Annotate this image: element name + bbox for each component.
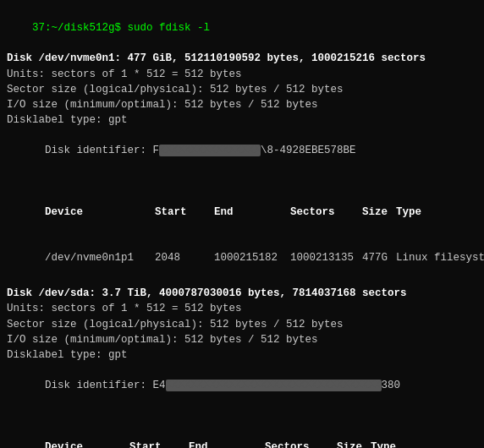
terminal: 37:~/disk512g$ sudo fdisk -l Disk /dev/n… (7, 5, 477, 448)
blank-0 (7, 173, 477, 188)
disklabel-line-1: Disklabel type: gpt (7, 347, 477, 363)
disk-id-prefix-1: Disk identifier: E4 (45, 380, 166, 391)
disk-header-sda: Disk /dev/sda: 3.7 TiB, 4000787030016 by… (7, 286, 477, 301)
sector-size-line-0: Sector size (logical/physical): 512 byte… (7, 82, 477, 97)
prompt-text: 37:~/disk512g$ sudo fdisk -l (32, 22, 210, 34)
prompt-line: 37:~/disk512g$ sudo fdisk -l (7, 5, 477, 51)
disk-id-suffix-1: 380 (382, 380, 401, 391)
sector-size-line-1: Sector size (logical/physical): 512 byte… (7, 317, 477, 332)
partition-header-0: DeviceStartEndSectorsSizeType (7, 189, 477, 235)
disk-id-blurred-1: XXXXXXXXXXXXXXXXXXXXXXXXXXXXXXXXXX (166, 380, 382, 391)
blank-1 (7, 408, 477, 423)
io-size-line-0: I/O size (minimum/optimal): 512 bytes / … (7, 97, 477, 112)
units-line-1: Units: sectors of 1 * 512 = 512 bytes (7, 301, 477, 316)
disk-id-line-0: Disk identifier: FXXXXXXXXXXXXXXXX\8-492… (7, 128, 477, 173)
disk-section-sda: Disk /dev/sda: 3.7 TiB, 4000787030016 by… (7, 286, 477, 448)
disk-id-prefix-0: Disk identifier: F (45, 145, 159, 156)
units-line-0: Units: sectors of 1 * 512 = 512 bytes (7, 67, 477, 82)
disk-id-suffix-0: \8-4928EBE578BE (261, 145, 356, 156)
disklabel-line-0: Disklabel type: gpt (7, 112, 477, 128)
disk-header-nvme: Disk /dev/nvme0n1: 477 GiB, 512110190592… (7, 51, 477, 66)
partition-header-1: DeviceStartEndSectorsSizeType (7, 423, 477, 448)
disk-id-blurred-0: XXXXXXXXXXXXXXXX (159, 145, 261, 156)
disk-id-line-1: Disk identifier: E4XXXXXXXXXXXXXXXXXXXXX… (7, 363, 477, 408)
partition-row-nvme-p1: /dev/nvme0n1p120481000215182100021313547… (7, 235, 477, 281)
io-size-line-1: I/O size (minimum/optimal): 512 bytes / … (7, 332, 477, 347)
disk-section-nvme: Disk /dev/nvme0n1: 477 GiB, 512110190592… (7, 51, 477, 281)
